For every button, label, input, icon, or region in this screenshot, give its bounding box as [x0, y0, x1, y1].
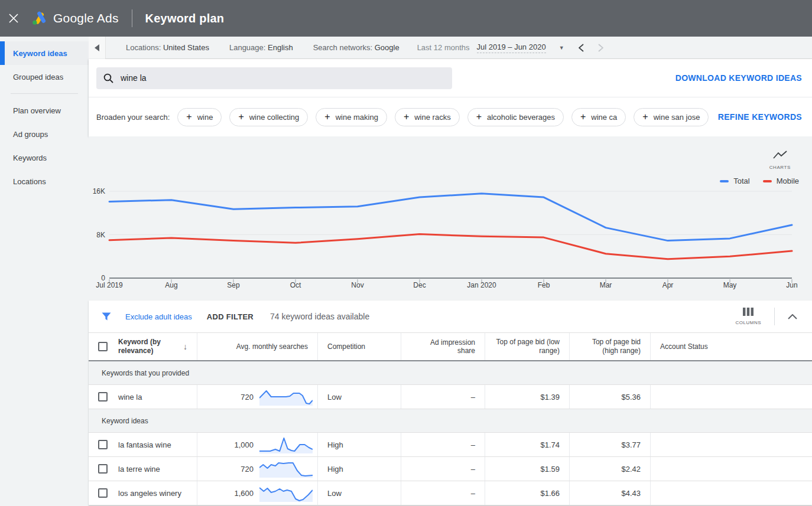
chart-plot-area	[109, 191, 792, 278]
column-header-label: Avg. monthly searches	[236, 342, 308, 351]
bid-high-value: $4.43	[621, 489, 641, 498]
competition-value: High	[327, 465, 343, 474]
column-header-avg-monthly-searches[interactable]: Avg. monthly searches	[197, 333, 317, 360]
competition-value: High	[327, 440, 343, 449]
chip-label: alcoholic beverages	[487, 113, 555, 122]
keyword-text: wine la	[118, 393, 142, 401]
search-input[interactable]	[121, 73, 428, 83]
plus-icon: +	[324, 112, 330, 122]
x-axis-tick-label: Oct	[290, 281, 301, 289]
previous-period-button[interactable]	[579, 44, 584, 52]
column-header-top-bid-low[interactable]: Top of page bid (low range)	[485, 333, 569, 360]
bid-low-value: $1.74	[540, 440, 560, 449]
main-content: Locations: United States Language: Engli…	[89, 37, 812, 506]
legend-item-total[interactable]: Total	[720, 177, 749, 185]
sidebar-item-keyword-ideas[interactable]: Keyword ideas	[0, 41, 89, 65]
next-period-button[interactable]	[598, 44, 603, 52]
mobile-series-swatch	[763, 180, 772, 182]
plus-icon: +	[476, 112, 482, 122]
plus-icon: +	[642, 112, 648, 122]
sidebar-item-grouped-ideas[interactable]: Grouped ideas	[0, 65, 89, 89]
top-bid-low-cell: $1.59	[485, 457, 569, 481]
sidebar-item-locations[interactable]: Locations	[0, 169, 89, 193]
broaden-chip-alcoholic-beverages[interactable]: + alcoholic beverages	[467, 108, 564, 126]
broaden-chip-wine-racks[interactable]: + wine racks	[395, 108, 460, 126]
keyword-cell: los angeles winery	[89, 481, 197, 505]
share-value: –	[471, 465, 475, 474]
x-axis-tick-label: Jan 2020	[467, 281, 496, 289]
row-checkbox[interactable]	[98, 440, 108, 449]
top-bid-low-cell: $1.66	[485, 481, 569, 505]
account-status-cell	[650, 385, 812, 409]
date-range-dropdown[interactable]: Last 12 months Jul 2019 – Jun 2020 ▼	[417, 43, 564, 53]
x-axis-tick-label: Mar	[600, 281, 612, 289]
table-row[interactable]: wine la 720 Low – $1.39 $5.36	[89, 385, 812, 409]
sidebar-item-label: Keyword ideas	[13, 49, 67, 58]
column-header-keyword[interactable]: Keyword (by relevance) ↓	[89, 333, 197, 360]
language-label: Language:	[229, 43, 265, 52]
locations-label: Locations:	[126, 43, 161, 52]
broaden-chip-wine-ca[interactable]: + wine ca	[571, 108, 626, 126]
collapse-table-button[interactable]	[788, 314, 802, 319]
competition-cell: Low	[317, 481, 401, 505]
searches-cell: 720	[197, 385, 317, 409]
table-row[interactable]: los angeles winery 1,600 Low – $1.66 $4.…	[89, 481, 812, 505]
sidebar-item-label: Keywords	[13, 154, 47, 162]
collapse-panel-button[interactable]	[89, 37, 106, 59]
locations-setting[interactable]: Locations: United States	[126, 43, 209, 52]
legend-item-mobile[interactable]: Mobile	[750, 177, 799, 185]
share-value: –	[471, 440, 475, 449]
column-header-ad-impression-share[interactable]: Ad impression share	[401, 333, 485, 360]
competition-value: Low	[327, 489, 342, 498]
broaden-chip-wine[interactable]: + wine	[177, 108, 222, 126]
keyword-search-box[interactable]	[96, 67, 452, 89]
row-checkbox[interactable]	[98, 392, 108, 401]
add-filter-button[interactable]: ADD FILTER	[207, 312, 254, 321]
table-row[interactable]: la terre wine 720 High – $1.59 $2.42	[89, 457, 812, 481]
google-ads-logo-icon	[32, 11, 47, 25]
column-header-top-bid-high[interactable]: Top of page bid (high range)	[569, 333, 650, 360]
bid-low-value: $1.59	[540, 465, 560, 474]
language-setting[interactable]: Language: English	[229, 43, 293, 52]
charts-toggle-button[interactable]: CHARTS	[769, 151, 791, 170]
x-axis-tick-label: Sep	[227, 281, 239, 289]
chip-label: wine	[197, 113, 213, 122]
row-checkbox[interactable]	[98, 464, 108, 474]
row-checkbox[interactable]	[98, 488, 108, 498]
searches-cell: 1,600	[197, 481, 317, 505]
search-volume-chart-panel: CHARTS Total Mobile 16K 8K 0 Jul 2019Aug…	[89, 136, 812, 301]
broaden-chip-wine-collecting[interactable]: + wine collecting	[229, 108, 308, 126]
broaden-chip-wine-san-jose[interactable]: + wine san jose	[634, 108, 709, 126]
table-row[interactable]: la fantasia wine 1,000 High – $1.74 $3.7…	[89, 433, 812, 457]
filterbar-divider	[774, 308, 775, 325]
x-axis-tick-label: May	[723, 281, 737, 289]
searches-value: 720	[241, 393, 254, 401]
columns-icon	[743, 308, 753, 316]
sidebar-item-ad-groups[interactable]: Ad groups	[0, 122, 89, 146]
column-header-competition[interactable]: Competition	[317, 333, 401, 360]
section-header-provided: Keywords that you provided	[89, 361, 812, 385]
keyword-ideas-table-card: Exclude adult ideas ADD FILTER 74 keywor…	[89, 301, 812, 505]
searches-sparkline	[259, 484, 313, 502]
searches-sparkline	[259, 460, 313, 478]
column-header-label: Keyword (by relevance)	[118, 338, 173, 355]
brand-name: Google Ads	[53, 11, 119, 25]
exclude-adult-ideas-link[interactable]: Exclude adult ideas	[125, 312, 192, 321]
plus-icon: +	[404, 112, 409, 122]
ad-impression-share-cell: –	[401, 457, 485, 481]
table-filter-bar: Exclude adult ideas ADD FILTER 74 keywor…	[89, 301, 812, 333]
column-header-account-status[interactable]: Account Status	[650, 333, 812, 360]
close-icon[interactable]	[0, 14, 27, 23]
sidebar-item-keywords[interactable]: Keywords	[0, 146, 89, 169]
y-axis-tick: 8K	[82, 231, 105, 239]
top-bid-low-cell: $1.39	[485, 385, 569, 409]
select-all-checkbox[interactable]	[98, 342, 108, 351]
columns-button[interactable]: COLUMNS	[735, 308, 761, 325]
broaden-chip-wine-making[interactable]: + wine making	[316, 108, 387, 126]
keyword-planner-app: Google Ads Keyword plan Keyword ideas Gr…	[0, 0, 812, 506]
download-keyword-ideas-link[interactable]: DOWNLOAD KEYWORD IDEAS	[675, 73, 802, 83]
locations-value: United States	[163, 43, 209, 52]
refine-keywords-link[interactable]: REFINE KEYWORDS	[718, 112, 802, 122]
networks-setting[interactable]: Search networks: Google	[313, 43, 399, 52]
sidebar-item-plan-overview[interactable]: Plan overview	[0, 99, 89, 122]
